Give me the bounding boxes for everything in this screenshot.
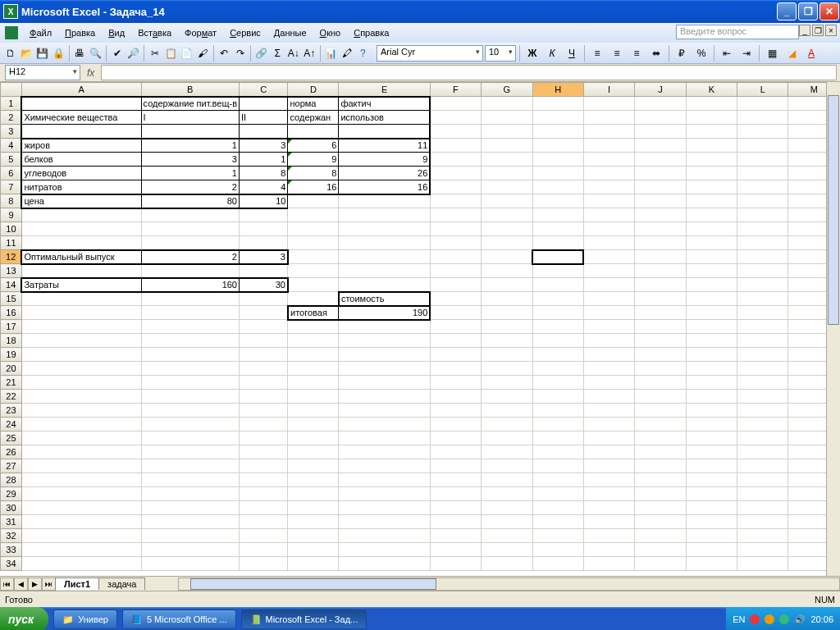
cell-J14[interactable]: [635, 278, 686, 292]
cell-L32[interactable]: [737, 529, 788, 543]
cell-A8[interactable]: цена: [21, 194, 141, 208]
cell-I1[interactable]: [583, 97, 634, 111]
cell-B13[interactable]: [141, 264, 239, 278]
taskbar-item-2[interactable]: 📗 Microsoft Excel - Зад...: [241, 609, 368, 629]
cell-I11[interactable]: [583, 236, 634, 250]
cell-I34[interactable]: [583, 557, 634, 571]
cell-C19[interactable]: [239, 348, 288, 362]
cell-E7[interactable]: 16: [339, 180, 430, 194]
cell-F23[interactable]: [430, 404, 481, 418]
cell-L18[interactable]: [737, 334, 788, 348]
cut-icon[interactable]: ✂: [148, 44, 162, 62]
tab-nav-prev[interactable]: ◀: [14, 578, 28, 591]
cell-C31[interactable]: [239, 515, 288, 529]
cell-C29[interactable]: [239, 487, 288, 501]
cell-B31[interactable]: [141, 515, 239, 529]
tray-icon-green[interactable]: [779, 614, 789, 624]
cell-E19[interactable]: [339, 348, 430, 362]
cell-C3[interactable]: [239, 125, 288, 139]
cell-F10[interactable]: [430, 222, 481, 236]
cell-L7[interactable]: [737, 180, 788, 194]
menu-view[interactable]: Вид: [102, 26, 131, 39]
cell-B9[interactable]: [141, 208, 239, 222]
cell-H2[interactable]: [532, 111, 583, 125]
cell-G19[interactable]: [482, 348, 532, 362]
cell-A21[interactable]: [21, 376, 141, 390]
cell-A17[interactable]: [21, 320, 141, 334]
cell-L20[interactable]: [737, 362, 788, 376]
cell-B34[interactable]: [141, 557, 239, 571]
cell-G15[interactable]: [482, 292, 532, 306]
cell-G22[interactable]: [482, 390, 532, 404]
cell-B33[interactable]: [141, 543, 239, 557]
cell-D4[interactable]: 6: [288, 139, 339, 153]
cell-F12[interactable]: [430, 250, 481, 264]
cell-E22[interactable]: [339, 390, 430, 404]
cell-F11[interactable]: [430, 236, 481, 250]
cell-D26[interactable]: [288, 445, 339, 459]
cell-H28[interactable]: [532, 473, 583, 487]
cell-F29[interactable]: [430, 487, 481, 501]
row-header-34[interactable]: 34: [1, 557, 22, 571]
cell-B2[interactable]: I: [141, 111, 239, 125]
cell-H31[interactable]: [532, 515, 583, 529]
cell-D19[interactable]: [288, 348, 339, 362]
cell-L30[interactable]: [737, 501, 788, 515]
cell-I20[interactable]: [583, 362, 634, 376]
print-icon[interactable]: 🖶: [73, 44, 87, 62]
cell-D11[interactable]: [288, 236, 339, 250]
cell-J25[interactable]: [635, 431, 686, 445]
cell-F21[interactable]: [430, 376, 481, 390]
cell-H13[interactable]: [532, 264, 583, 278]
cell-H14[interactable]: [532, 278, 583, 292]
cell-B20[interactable]: [141, 362, 239, 376]
cell-E6[interactable]: 26: [339, 167, 430, 180]
cell-B28[interactable]: [141, 473, 239, 487]
cell-J21[interactable]: [635, 376, 686, 390]
cell-I3[interactable]: [583, 125, 634, 139]
cell-L28[interactable]: [737, 473, 788, 487]
cell-E21[interactable]: [339, 376, 430, 390]
cell-D15[interactable]: [288, 292, 339, 306]
cell-K23[interactable]: [686, 404, 737, 418]
cell-B23[interactable]: [141, 404, 239, 418]
cell-K8[interactable]: [686, 194, 737, 208]
new-icon[interactable]: 🗋: [3, 44, 17, 62]
cell-A32[interactable]: [21, 529, 141, 543]
cell-F5[interactable]: [430, 153, 481, 167]
cell-J27[interactable]: [635, 459, 686, 473]
row-header-1[interactable]: 1: [1, 97, 22, 111]
cell-D25[interactable]: [288, 431, 339, 445]
cell-D32[interactable]: [288, 529, 339, 543]
col-header-F[interactable]: F: [430, 83, 481, 97]
cell-C8[interactable]: 10: [239, 194, 288, 208]
row-header-2[interactable]: 2: [1, 111, 22, 125]
cell-J17[interactable]: [635, 320, 686, 334]
menu-help[interactable]: Справка: [347, 26, 395, 39]
row-header-3[interactable]: 3: [1, 125, 22, 139]
font-combo[interactable]: Arial Cyr: [377, 45, 483, 62]
cell-B11[interactable]: [141, 236, 239, 250]
cell-G16[interactable]: [482, 306, 532, 320]
cell-A11[interactable]: [21, 236, 141, 250]
cell-K14[interactable]: [686, 278, 737, 292]
cell-I2[interactable]: [583, 111, 634, 125]
cell-F16[interactable]: [430, 306, 481, 320]
sheet-tab-other[interactable]: задача: [98, 578, 145, 590]
close-button[interactable]: ✕: [819, 2, 839, 21]
cell-G29[interactable]: [482, 487, 532, 501]
row-header-7[interactable]: 7: [1, 180, 22, 194]
cell-K31[interactable]: [686, 515, 737, 529]
row-header-25[interactable]: 25: [1, 431, 22, 445]
cell-C20[interactable]: [239, 362, 288, 376]
borders-icon[interactable]: ▦: [763, 44, 781, 62]
cell-C1[interactable]: [239, 97, 288, 111]
cell-D22[interactable]: [288, 390, 339, 404]
menu-file[interactable]: Файл: [23, 26, 58, 39]
cell-L6[interactable]: [737, 167, 788, 180]
row-header-24[interactable]: 24: [1, 418, 22, 431]
col-header-A[interactable]: A: [21, 83, 141, 97]
cell-E16[interactable]: 190: [339, 306, 430, 320]
sheet-tab-active[interactable]: Лист1: [55, 578, 99, 590]
cell-L4[interactable]: [737, 139, 788, 153]
